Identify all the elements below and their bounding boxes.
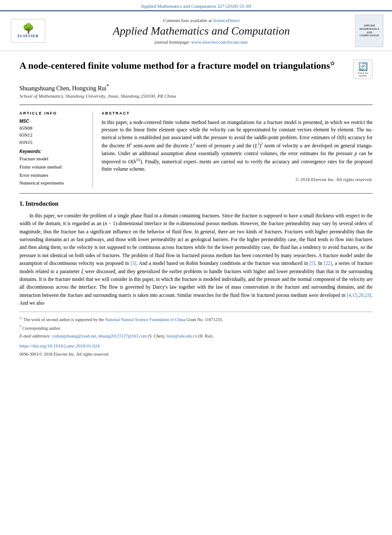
copyright-line: © 2018 Elsevier Inc. All rights reserved…: [102, 177, 373, 182]
doi-line[interactable]: https://doi.org/10.1016/j.amc.2018.01.02…: [19, 342, 373, 350]
check-icon: 🔄: [358, 62, 368, 71]
homepage-link[interactable]: www.elsevier.com/locate/amc: [191, 39, 249, 45]
affiliation: School of Mathematics, Shandong Universi…: [19, 93, 373, 99]
footnote-2: * Corresponding author.: [19, 324, 373, 332]
email-3-link[interactable]: lurui@sdu.edu.cn: [166, 334, 197, 338]
logo-box: 🌳 ELSEVIER: [11, 19, 45, 43]
keywords-list: Fracture model Finite volume method Erro…: [19, 155, 86, 187]
issn-line: 0096-3003/© 2018 Elsevier Inc. All right…: [19, 351, 373, 358]
title-superscript: ✩: [330, 61, 335, 67]
title-row: A node-centered finite volume method for…: [19, 60, 373, 79]
keyword-3: Error estimates: [19, 171, 86, 179]
foundation-link[interactable]: National Natural Science Foundation of C…: [105, 317, 185, 322]
abstract-text: In this paper, a node-centered finite vo…: [102, 119, 373, 173]
ref-4-15-20-23-link[interactable]: [4,15,20,23]: [347, 293, 372, 298]
introduction-paragraph: In this paper, we consider the problem o…: [19, 212, 373, 307]
msc-values: 65N0865N1265N15: [19, 124, 86, 146]
journal-citation-link[interactable]: Applied Mathematics and Computation 327 …: [141, 3, 251, 9]
keyword-2: Finite volume method: [19, 163, 86, 171]
article-info: ARTICLE INFO MSC 65N0865N1265N15 Keyword…: [19, 111, 93, 187]
sciencedirect-link[interactable]: ScienceDirect: [213, 18, 240, 23]
footnote-1: ✩ The work of second author is supported…: [19, 315, 373, 323]
thumb-title: APPLIEDMATHEMATICSANDCOMPUTATION: [360, 24, 379, 38]
top-journal-link: Applied Mathematics and Computation 327 …: [0, 0, 392, 10]
check-for-updates-badge: 🔄 Check forupdates: [353, 60, 373, 79]
tree-icon: 🌳: [22, 24, 34, 33]
check-label: Check forupdates: [358, 72, 368, 77]
introduction-title: 1. Introduction: [19, 201, 373, 207]
footnote-emails: E-mail addresses: csshangshuang@yeah.net…: [19, 333, 373, 340]
main-content: A node-centered finite volume method for…: [0, 51, 392, 366]
journal-title: Applied Mathematics and Computation: [52, 25, 351, 38]
contents-available-text: Contents lists available at ScienceDirec…: [52, 18, 351, 23]
journal-center: Contents lists available at ScienceDirec…: [52, 18, 351, 45]
authors: Shuangshuang Chen, Hongxing Rui*: [19, 83, 373, 92]
abstract-column: ABSTRACT In this paper, a node-centered …: [102, 111, 373, 187]
abstract-title: ABSTRACT: [102, 111, 373, 115]
journal-thumbnail: APPLIEDMATHEMATICSANDCOMPUTATION: [355, 15, 383, 47]
page: Applied Mathematics and Computation 327 …: [0, 0, 392, 535]
corresponding-author-mark: *: [106, 83, 109, 89]
divider-after-abstract: [19, 193, 373, 194]
footnote-mark-1: ✩: [19, 316, 22, 320]
ref-22-link[interactable]: [22]: [324, 261, 332, 266]
journal-homepage: journal homepage: www.elsevier.com/locat…: [52, 39, 351, 45]
footnote-mark-2: *: [19, 325, 21, 329]
divider-after-affiliation: [19, 105, 373, 105]
article-info-title: ARTICLE INFO: [19, 111, 86, 115]
ref-5-link[interactable]: [5]: [309, 261, 315, 266]
keywords-label: Keywords:: [19, 149, 86, 154]
paper-title: A node-centered finite volume method for…: [19, 60, 349, 72]
keyword-1: Fracture model: [19, 155, 86, 163]
elsevier-logo: 🌳 ELSEVIER: [9, 19, 48, 43]
journal-header: 🌳 ELSEVIER Contents lists available at S…: [0, 10, 392, 51]
article-abstract-columns: ARTICLE INFO MSC 65N0865N1265N15 Keyword…: [19, 111, 373, 187]
keyword-4: Numerical experiments: [19, 179, 86, 187]
email-2-link[interactable]: shuang20121127@163.com: [98, 334, 147, 338]
email-1-link[interactable]: csshangshuang@yeah.net: [52, 334, 96, 338]
ref-3-link[interactable]: [3]: [131, 261, 136, 266]
footnotes: ✩ The work of second author is supported…: [19, 312, 373, 358]
msc-label: MSC: [19, 119, 86, 124]
doi-link[interactable]: https://doi.org/10.1016/j.amc.2018.01.02…: [19, 343, 100, 348]
elsevier-label: ELSEVIER: [18, 34, 38, 38]
